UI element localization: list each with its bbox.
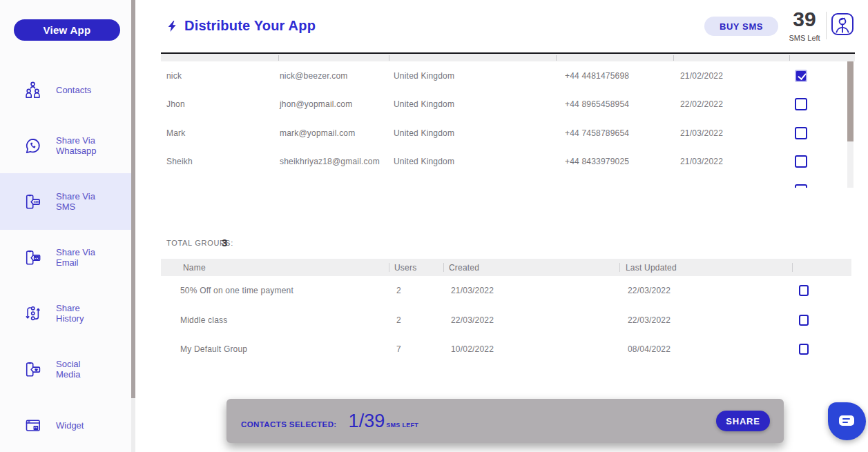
sidebar-item-label: Share Via SMS [56,191,106,212]
column-divider [556,55,557,61]
sidebar-item-label: Contacts [56,85,91,95]
group-checkbox[interactable] [799,285,809,296]
user-icon [833,14,852,34]
contact-email: jhon@yopmail.com [280,99,352,109]
chat-widget-button[interactable] [828,402,866,440]
group-name: 50% Off on one time payment [180,286,293,295]
group-checkbox[interactable] [799,315,809,326]
column-header-created: Created [449,263,479,273]
buy-sms-button[interactable]: BUY SMS [704,17,778,36]
contact-row: nick nick@beezer.com United Kingdom +44 … [161,61,847,90]
contacts-scrollbar[interactable] [847,61,853,188]
sidebar-item-share-history[interactable]: Share History [0,285,133,342]
contact-name: Mark [166,128,185,138]
contact-date: 21/03/2022 [680,157,723,166]
sidebar-item-label: Widget [56,420,84,431]
groups-table-header: Name Users Created Last Updated [161,259,851,276]
group-last-updated: 22/03/2022 [628,315,671,325]
column-divider [389,263,389,272]
contact-email: nick@beezer.com [280,71,348,81]
email-icon [23,248,42,267]
contact-phone: +44 7458789654 [565,128,629,138]
sidebar-item-contacts[interactable]: Contacts [0,61,133,118]
column-divider [673,55,674,61]
sms-left-count: 39 [787,8,822,31]
contacts-selected-label: CONTACTS SELECTED: [241,420,337,429]
lightning-bolt-icon [166,19,179,34]
contact-checkbox[interactable] [795,98,807,110]
contacts-icon [23,81,42,99]
contacts-table-header-partial [161,54,855,61]
group-name: My Default Group [180,344,247,354]
social-media-icon [23,360,42,379]
contact-country: United Kingdom [394,157,454,166]
sidebar-item-share-email[interactable]: Share Via Email [0,229,133,286]
sms-left-suffix: SMS LEFT [386,422,418,429]
sms-left-label: SMS Left [786,34,823,42]
group-row: My Default Group 7 10/02/2022 08/04/2022 [161,335,851,364]
contact-row: Mark mark@yopmail.com United Kingdom +44… [161,119,847,148]
sidebar-item-label: Share History [56,303,106,324]
column-header-last-updated: Last Updated [626,263,677,273]
sidebar-item-share-sms[interactable]: SMS Share Via SMS [0,173,133,230]
sidebar-item-label: Share Via Email [56,247,106,268]
contact-checkbox[interactable] [795,127,807,139]
selection-bar: CONTACTS SELECTED: 1/39 SMS LEFT SHARE [226,399,784,443]
contact-country: United Kingdom [394,99,454,109]
contact-phone: +44 8965458954 [565,99,629,109]
group-created: 21/03/2022 [451,286,494,295]
svg-text:SMS: SMS [34,200,40,204]
sidebar-item-widget[interactable]: Widget [0,397,133,452]
group-created: 10/02/2022 [451,344,494,354]
group-users: 7 [396,344,401,354]
contact-row: Jhon jhon@yopmail.com United Kingdom +44… [161,90,847,119]
chat-bubble-icon [839,415,854,426]
group-row: Middle class 2 22/03/2022 22/03/2022 [161,306,851,335]
app-window: View App Contacts Share Via Whatsapp SMS [0,0,868,452]
column-divider [443,263,444,272]
sidebar-item-share-whatsapp[interactable]: Share Via Whatsapp [0,117,133,174]
contact-email: sheikhriyaz18@gmail.com [280,157,380,166]
group-last-updated: 08/04/2022 [628,344,671,354]
group-last-updated: 22/03/2022 [628,286,671,295]
sidebar-scrollbar[interactable] [131,0,135,452]
contact-checkbox[interactable] [795,184,807,188]
group-users: 2 [396,286,401,295]
contact-checkbox[interactable] [795,70,807,82]
contact-name: Jhon [166,99,185,109]
contact-date: 22/02/2022 [680,99,723,109]
contact-date: 21/03/2022 [680,128,723,138]
column-header-name: Name [183,263,206,273]
group-row: 50% Off on one time payment 2 21/03/2022… [161,276,851,306]
group-name: Middle class [180,315,227,325]
column-divider [792,263,793,272]
sidebar-item-label: Share Via Whatsapp [56,135,106,156]
contact-row-partial [161,176,847,188]
contact-phone: +44 8433979025 [565,157,629,166]
column-divider [619,263,620,272]
sidebar-scrollbar-thumb[interactable] [131,0,135,398]
sms-icon: SMS [23,193,42,211]
contacts-scrollbar-thumb[interactable] [847,61,853,141]
widget-icon [23,416,42,435]
profile-button[interactable] [831,13,853,35]
sidebar: View App Contacts Share Via Whatsapp SMS [0,0,133,452]
sidebar-item-social-media[interactable]: Social Media [0,341,133,397]
total-groups-value: 3 [222,237,227,248]
column-divider [789,55,790,61]
column-divider [278,55,279,61]
sidebar-item-label: Social Media [56,359,106,380]
selection-summary: CONTACTS SELECTED: 1/39 SMS LEFT [241,411,418,432]
contact-checkbox[interactable] [795,155,807,168]
header-divider [826,12,827,39]
contact-country: United Kingdom [394,71,454,81]
group-created: 22/03/2022 [451,315,494,325]
contact-name: Sheikh [166,157,193,166]
share-button[interactable]: SHARE [716,411,770,431]
contact-row: Sheikh sheikhriyaz18@gmail.com United Ki… [161,148,847,177]
column-divider [389,55,389,61]
contacts-list[interactable]: nick nick@beezer.com United Kingdom +44 … [161,61,847,188]
group-checkbox[interactable] [799,344,809,355]
view-app-button[interactable]: View App [14,19,120,41]
contacts-selected-count: 1/39 [349,411,385,432]
